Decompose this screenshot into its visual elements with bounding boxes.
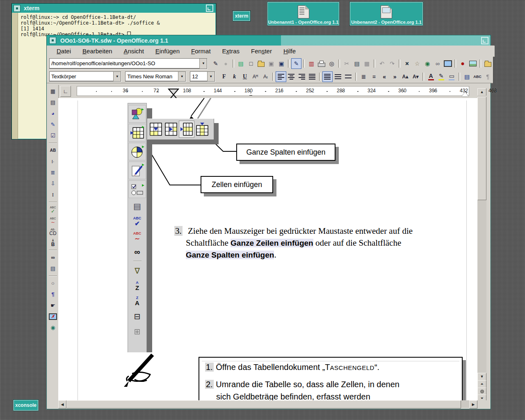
character-dialog-icon[interactable]: ▤	[462, 71, 472, 82]
grow-font-icon[interactable]: A▴	[400, 71, 410, 82]
horizontal-scroll-track[interactable]	[461, 400, 469, 408]
align-right-icon[interactable]	[297, 71, 307, 82]
cut-icon[interactable]: ✂	[342, 58, 352, 69]
data-sources-icon[interactable]: ▤	[48, 264, 58, 274]
scroll-down-button[interactable]: ▼	[477, 373, 486, 381]
new-document-icon[interactable]: □	[246, 58, 256, 69]
link-frames-icon[interactable]: ∞	[432, 58, 443, 69]
text-cursor-icon[interactable]: I	[48, 190, 58, 200]
insert-table-icon[interactable]: ▦	[48, 87, 58, 96]
tab-type-button[interactable]: ∟	[60, 86, 71, 97]
font-size-value[interactable]: 12	[190, 73, 207, 80]
new-from-template-icon[interactable]: ▤	[236, 58, 246, 69]
xterm-maximize-button[interactable]	[206, 5, 213, 12]
justify-icon[interactable]	[307, 71, 317, 82]
menu-extras[interactable]: Extras	[217, 48, 246, 55]
insert-chart-icon[interactable]: ◕	[48, 109, 58, 119]
minimized-xconsole[interactable]: xconsole	[14, 400, 38, 411]
open-icon[interactable]	[256, 58, 266, 69]
font-name-combobox[interactable]: Times New Roman ▼	[125, 71, 186, 82]
auto-spellcheck-icon[interactable]: ABC∼	[48, 216, 58, 226]
xterm-titlebar[interactable]: xterm	[12, 4, 216, 13]
menu-ansicht[interactable]: Ansicht	[118, 48, 150, 55]
insert-lines-icon[interactable]: ≣	[48, 168, 58, 178]
font-size-combobox[interactable]: 12 ▼	[190, 71, 215, 82]
window-titlebar[interactable]: OOo1-SO6-TK.sdw - OpenOffice.org 1.1	[47, 35, 491, 46]
gallery-icon[interactable]	[443, 58, 453, 69]
url-dropdown-button[interactable]: ▼	[199, 59, 207, 68]
menu-bearbeiten[interactable]: Bearbeiten	[77, 48, 118, 55]
case-change-icon[interactable]: ABC	[472, 71, 482, 82]
menu-format[interactable]: Format	[185, 48, 217, 55]
save-icon[interactable]: ▣	[266, 58, 276, 69]
line-spacing-1-icon[interactable]	[322, 71, 333, 82]
horizontal-scrollbar[interactable]: ◀ ▶	[58, 400, 477, 408]
line-spacing-15-icon[interactable]	[333, 71, 343, 82]
numbered-list-icon[interactable]: ≣	[358, 71, 369, 82]
font-color-icon[interactable]: A	[426, 71, 436, 82]
move-down-icon[interactable]: ⇩	[48, 179, 58, 189]
stop-loading-icon[interactable]: ●	[221, 58, 231, 69]
minimized-xterm[interactable]: xterm	[233, 11, 250, 21]
bullet-list-icon[interactable]: ≡	[369, 71, 379, 82]
paragraph-background-icon[interactable]: ▭	[447, 71, 457, 82]
insert-frame-icon[interactable]: ▤	[48, 98, 58, 107]
record-macro-icon[interactable]: ●	[458, 58, 468, 69]
online-layout-icon[interactable]: ◉	[48, 323, 58, 333]
export-pdf-icon[interactable]: ▥	[306, 58, 317, 69]
size-dropdown-button[interactable]: ▼	[207, 72, 215, 81]
graphics-onoff-icon[interactable]: ✗	[48, 312, 58, 322]
window-maximize-button[interactable]	[481, 37, 488, 44]
increase-indent-icon[interactable]: »	[390, 71, 400, 82]
minimized-writer-window[interactable]: Unbenannt1 - OpenOffice.org 1.1	[267, 2, 339, 25]
find-replace-icon[interactable]: ∞	[48, 253, 58, 262]
edit-file-icon[interactable]: ✎	[291, 58, 301, 69]
bold-icon[interactable]: F	[219, 71, 229, 82]
window-menu-button[interactable]	[49, 37, 56, 44]
url-value[interactable]: /home/rolf/openoffice/anleitungen/OOo1-S…	[50, 60, 199, 66]
decrease-indent-icon[interactable]: «	[379, 71, 390, 82]
font-name-value[interactable]: Times New Roman	[126, 73, 178, 80]
print-icon[interactable]	[317, 58, 327, 69]
xterm-scrollbar[interactable]	[12, 13, 18, 139]
align-center-icon[interactable]	[286, 71, 297, 82]
align-left-icon[interactable]	[276, 71, 286, 82]
hand-tool-icon[interactable]: ☛	[48, 301, 58, 310]
superscript-icon[interactable]: Aᴴ	[250, 71, 260, 82]
form-functions-icon[interactable]: ☑	[48, 131, 58, 141]
direct-cursor-icon[interactable]: I·	[48, 157, 58, 167]
open-template-icon[interactable]	[483, 58, 493, 69]
scroll-right-button[interactable]: ▶	[469, 400, 477, 409]
paste-icon[interactable]: ▦	[362, 58, 372, 69]
thesaurus-icon[interactable]: ÂB	[48, 238, 58, 248]
autotext-icon[interactable]: AB	[48, 146, 58, 155]
paragraph-style-combobox[interactable]: Textkörper ▼	[49, 71, 121, 82]
save-all-icon[interactable]: ▣	[276, 58, 287, 69]
style-dropdown-button[interactable]: ▼	[113, 72, 121, 81]
horizontal-ruler[interactable]: 36 72 108 144 180 216 252 288 324 360 39…	[72, 86, 477, 96]
line-spacing-2-icon[interactable]	[343, 71, 354, 82]
horizontal-scroll-thumb[interactable]	[66, 400, 461, 409]
edit-document-icon[interactable]: ✎	[210, 58, 221, 69]
spellcheck-icon[interactable]: ABC✓	[48, 205, 58, 215]
menu-fenster[interactable]: Fenster	[245, 48, 278, 55]
right-margin-marker[interactable]	[462, 89, 468, 96]
xterm-menu-button[interactable]	[14, 5, 21, 12]
nonprinting-chars-icon[interactable]: ¶	[48, 290, 58, 299]
minimized-impress-window[interactable]: Unbenannt2 - OpenOffice.org 1.1	[350, 2, 423, 25]
menu-datei[interactable]: Datei	[51, 48, 77, 55]
scroll-up-button[interactable]: ▲	[477, 88, 486, 96]
italic-icon[interactable]: k	[229, 71, 240, 82]
document-area[interactable]: ▤ ABC✔ ABC∼ ∞ ∇ AZ ZA ⊟ ⊞	[58, 98, 477, 400]
drawing-functions-icon[interactable]: ✎	[48, 120, 58, 130]
menu-hilfe[interactable]: Hilfe	[278, 48, 301, 55]
hyperlink-icon[interactable]: ◉	[422, 58, 433, 69]
menu-einfuegen[interactable]: Einfügen	[150, 48, 185, 55]
url-combobox[interactable]: /home/rolf/openoffice/anleitungen/OOo1-S…	[49, 58, 207, 69]
page-preview-icon[interactable]: ◎	[326, 58, 337, 69]
paragraph-style-value[interactable]: Textkörper	[50, 73, 113, 80]
paragraph-dialog-icon[interactable]: ¶	[483, 71, 493, 82]
zoom-icon[interactable]: ○	[48, 278, 58, 288]
copy-icon[interactable]: ▤	[352, 58, 362, 69]
previous-page-button[interactable]: ⏶	[477, 380, 486, 388]
